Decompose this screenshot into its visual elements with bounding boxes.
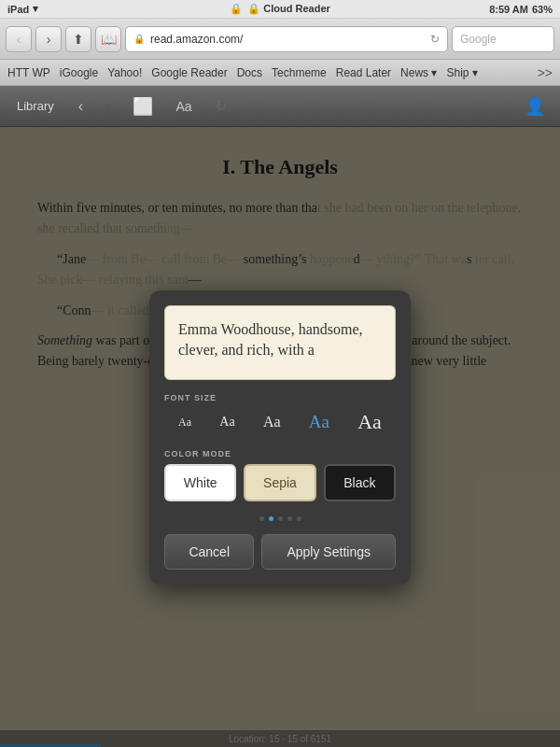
bookmark-techmeme[interactable]: Techmeme: [272, 66, 327, 79]
font-size-btn-3[interactable]: Aa: [263, 415, 281, 430]
font-size-label: FONT SIZE: [164, 393, 396, 402]
dot-5: [297, 516, 301, 521]
sepia-label: Sepia: [263, 475, 297, 490]
bookmark-igoogle[interactable]: iGoogle: [60, 66, 98, 79]
address-bar[interactable]: 🔒 read.amazon.com/ ↻: [125, 26, 448, 52]
dialog-buttons: Cancel Apply Settings: [164, 534, 396, 570]
back-icon: ‹: [17, 32, 21, 47]
modal-overlay: Emma Woodhouse, handsome, clever, and ri…: [0, 127, 560, 747]
bookmark-httwp[interactable]: HTT WP: [7, 66, 50, 79]
battery-label: 63%: [532, 4, 553, 15]
forward-icon: ›: [47, 32, 51, 47]
url-text: read.amazon.com/: [150, 33, 425, 46]
forward-button[interactable]: ›: [35, 26, 62, 52]
font-size-btn-5[interactable]: Aa: [357, 412, 382, 432]
refresh-icon[interactable]: ↻: [211, 93, 231, 119]
bookmarks-icon: 📖: [101, 32, 117, 47]
forward-page-icon[interactable]: ›: [102, 94, 114, 119]
dot-2: [269, 516, 273, 521]
apply-settings-button[interactable]: Apply Settings: [261, 534, 396, 570]
dot-1: [259, 516, 264, 521]
font-size-row: Aa Aa Aa Aa Aa: [164, 408, 396, 436]
app-toolbar: Library ‹ › ⬜ Aa ↻ 👤: [0, 86, 560, 127]
font-size-btn-1[interactable]: Aa: [178, 416, 191, 428]
bookmark-news[interactable]: News ▾: [400, 66, 437, 79]
search-placeholder: Google: [460, 33, 497, 46]
browser-toolbar: ‹ › ⬆ 📖 🔒 read.amazon.com/ ↻ Google: [0, 19, 560, 60]
font-settings-icon[interactable]: Aa: [172, 95, 195, 118]
preview-text-box: Emma Woodhouse, handsome, clever, and ri…: [164, 305, 396, 380]
library-button[interactable]: Library: [11, 95, 60, 117]
cancel-button[interactable]: Cancel: [164, 534, 254, 570]
user-settings-icon[interactable]: 👤: [521, 92, 549, 120]
font-size-btn-2[interactable]: Aa: [219, 416, 234, 429]
bookmark-yahoo[interactable]: Yahoo!: [107, 66, 142, 79]
font-size-btn-4[interactable]: Aa: [309, 413, 329, 430]
bookmarks-button[interactable]: 📖: [95, 26, 121, 52]
color-sepia-button[interactable]: Sepia: [244, 464, 315, 501]
content-area: I. The Angels Within five minutes, or te…: [0, 127, 560, 747]
bookmarks-bar: HTT WP iGoogle Yahoo! Google Reader Docs…: [0, 60, 560, 86]
bookmark-google-reader[interactable]: Google Reader: [151, 66, 227, 79]
color-black-button[interactable]: Black: [324, 464, 396, 501]
lock-secure-icon: 🔒: [133, 34, 145, 44]
status-bar-left: iPad ▾: [7, 3, 38, 15]
bookmark-ship[interactable]: Ship ▾: [446, 66, 477, 79]
back-page-icon[interactable]: ‹: [75, 94, 87, 119]
time-label: 8:59 AM: [489, 4, 528, 15]
layout-icon[interactable]: ⬜: [129, 92, 157, 120]
reload-icon[interactable]: ↻: [430, 33, 440, 46]
cloud-reader-label: 🔒 Cloud Reader: [232, 3, 330, 15]
dot-3: [278, 516, 283, 521]
bookmarks-more-button[interactable]: >>: [538, 65, 553, 80]
color-mode-label: COLOR MODE: [164, 449, 396, 458]
apply-label: Apply Settings: [287, 544, 371, 559]
settings-dialog: Emma Woodhouse, handsome, clever, and ri…: [149, 290, 411, 585]
color-white-button[interactable]: White: [164, 464, 236, 501]
share-icon: ⬆: [73, 32, 84, 47]
wifi-icon: ▾: [33, 3, 38, 15]
white-label: White: [184, 475, 217, 490]
search-bar[interactable]: Google: [452, 26, 554, 52]
dot-4: [287, 516, 292, 521]
status-bar: iPad ▾ 🔒 🔒 Cloud Reader 8:59 AM 63%: [0, 0, 560, 19]
color-mode-row: White Sepia Black: [164, 464, 396, 501]
status-bar-center: 🔒 🔒 Cloud Reader: [230, 3, 330, 15]
page-indicator: [164, 516, 396, 521]
black-label: Black: [343, 475, 375, 490]
bookmark-docs[interactable]: Docs: [237, 66, 262, 79]
cancel-label: Cancel: [189, 544, 230, 559]
back-button[interactable]: ‹: [6, 26, 32, 52]
carrier-label: iPad: [7, 4, 29, 15]
bookmark-read-later[interactable]: Read Later: [336, 66, 391, 79]
status-bar-right: 8:59 AM 63%: [489, 4, 553, 15]
share-button[interactable]: ⬆: [65, 26, 91, 52]
